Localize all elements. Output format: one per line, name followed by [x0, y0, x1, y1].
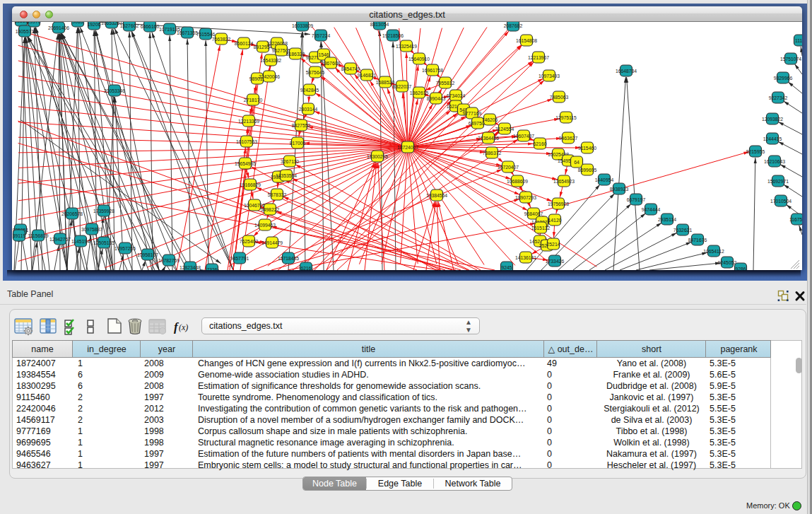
svg-text:9242845: 9242845: [300, 88, 319, 93]
svg-text:1588520: 1588520: [376, 80, 395, 85]
svg-text:16033809: 16033809: [292, 23, 313, 28]
svg-text:7625402: 7625402: [240, 239, 259, 244]
svg-text:5498222: 5498222: [261, 207, 280, 212]
svg-text:7357224: 7357224: [312, 33, 331, 38]
svg-text:19218506: 19218506: [382, 33, 404, 38]
svg-text:18300295: 18300295: [367, 154, 388, 159]
svg-text:16107553: 16107553: [236, 139, 257, 144]
svg-text:1615132: 1615132: [531, 226, 551, 230]
svg-text:9063: 9063: [72, 22, 83, 24]
svg-text:(x): (x): [179, 322, 188, 332]
svg-text:12213369: 12213369: [238, 119, 259, 124]
svg-text:746206: 746206: [482, 117, 498, 122]
svg-text:13353594: 13353594: [276, 173, 297, 178]
svg-text:9115460: 9115460: [578, 146, 596, 151]
svg-text:2718170: 2718170: [244, 98, 263, 103]
svg-text:9245052: 9245052: [718, 260, 737, 265]
svg-text:1244415: 1244415: [763, 136, 782, 141]
svg-text:1145194: 1145194: [71, 239, 90, 244]
svg-text:12942757: 12942757: [49, 237, 71, 242]
svg-text:19756928: 19756928: [548, 201, 569, 206]
svg-text:15640910: 15640910: [408, 57, 430, 62]
svg-text:17957255: 17957255: [114, 246, 136, 251]
svg-text:18907293: 18907293: [515, 195, 536, 200]
svg-text:8215955: 8215955: [746, 149, 765, 154]
svg-text:9286: 9286: [735, 267, 746, 270]
svg-text:10958107: 10958107: [137, 252, 158, 257]
svg-text:18724007: 18724007: [397, 145, 418, 150]
svg-text:62160: 62160: [534, 141, 547, 146]
svg-text:11156819: 11156819: [28, 233, 48, 238]
svg-text:9329966: 9329966: [774, 76, 793, 81]
svg-text:8186328: 8186328: [286, 52, 305, 57]
svg-text:15692971: 15692971: [767, 179, 789, 184]
svg-text:13654923: 13654923: [553, 179, 575, 184]
svg-text:9227342: 9227342: [769, 95, 788, 100]
svg-text:20206578: 20206578: [61, 211, 83, 216]
svg-text:17010504: 17010504: [770, 199, 792, 204]
svg-text:6679197: 6679197: [627, 197, 646, 202]
svg-text:22420046: 22420046: [259, 74, 280, 79]
svg-text:19384554: 19384554: [426, 193, 447, 198]
svg-text:5875645: 5875645: [306, 70, 325, 75]
svg-text:10973493: 10973493: [539, 74, 560, 78]
svg-text:18330: 18330: [15, 22, 28, 23]
svg-text:14914479: 14914479: [261, 240, 283, 245]
svg-text:10654112: 10654112: [703, 249, 724, 254]
svg-text:3124554: 3124554: [495, 127, 514, 132]
svg-text:1733426: 1733426: [546, 259, 565, 264]
svg-text:1117: 1117: [795, 38, 802, 43]
svg-text:10688609: 10688609: [507, 179, 528, 184]
svg-text:8938923: 8938923: [610, 187, 629, 192]
svg-text:7386372: 7386372: [483, 151, 502, 156]
svg-text:8427552: 8427552: [292, 123, 311, 128]
svg-text:17359928: 17359928: [93, 209, 114, 214]
svg-text:64: 64: [574, 160, 579, 165]
svg-text:12505135: 12505135: [93, 240, 114, 245]
svg-text:8322037: 8322037: [393, 84, 412, 89]
svg-text:16543382: 16543382: [260, 58, 281, 63]
svg-text:9245: 9245: [501, 265, 512, 270]
svg-text:6216: 6216: [300, 266, 311, 270]
svg-text:13325419: 13325419: [396, 44, 417, 49]
svg-text:14099463: 14099463: [254, 223, 276, 228]
svg-text:2367608: 2367608: [322, 61, 341, 66]
svg-text:39119: 39119: [13, 233, 26, 238]
svg-text:14136141: 14136141: [515, 255, 536, 260]
svg-text:2087682: 2087682: [504, 23, 523, 28]
svg-text:16961758: 16961758: [422, 68, 443, 73]
svg-text:7326: 7326: [206, 267, 217, 270]
svg-text:19166829: 19166829: [240, 182, 261, 187]
svg-text:6734024: 6734024: [447, 93, 466, 98]
svg-text:16154808: 16154808: [516, 38, 537, 43]
svg-text:12213967: 12213967: [528, 55, 549, 60]
svg-text:9463627: 9463627: [559, 136, 578, 141]
svg-text:9777169: 9777169: [463, 111, 482, 116]
svg-text:6466160: 6466160: [141, 24, 160, 29]
svg-text:7663822: 7663822: [212, 37, 231, 42]
svg-text:30975887: 30975887: [81, 227, 102, 232]
svg-text:15718485: 15718485: [278, 256, 299, 261]
svg-text:19206: 19206: [88, 22, 101, 27]
svg-text:12975115: 12975115: [555, 115, 577, 120]
svg-text:19970: 19970: [28, 22, 41, 24]
svg-text:9146821: 9146821: [358, 73, 377, 78]
svg-text:7515546: 7515546: [196, 32, 216, 37]
svg-text:1362615: 1362615: [410, 90, 429, 95]
svg-text:20691406: 20691406: [48, 25, 69, 30]
svg-text:1405571: 1405571: [16, 29, 35, 34]
svg-text:16671355: 16671355: [177, 30, 198, 35]
svg-text:7485063: 7485063: [550, 95, 569, 100]
svg-text:16210643: 16210643: [764, 159, 785, 164]
svg-text:12823448: 12823448: [180, 265, 201, 270]
svg-text:5878332: 5878332: [268, 192, 287, 197]
svg-text:15751074: 15751074: [780, 57, 801, 62]
svg-text:8990443: 8990443: [427, 96, 446, 101]
svg-text:7955812: 7955812: [436, 81, 455, 86]
svg-text:8813054: 8813054: [370, 22, 389, 27]
svg-text:9457791: 9457791: [230, 256, 249, 261]
svg-text:21364436: 21364436: [478, 136, 499, 141]
svg-text:14120: 14120: [548, 218, 562, 223]
svg-text:8454749: 8454749: [341, 66, 360, 71]
svg-text:1440954: 1440954: [595, 177, 614, 182]
